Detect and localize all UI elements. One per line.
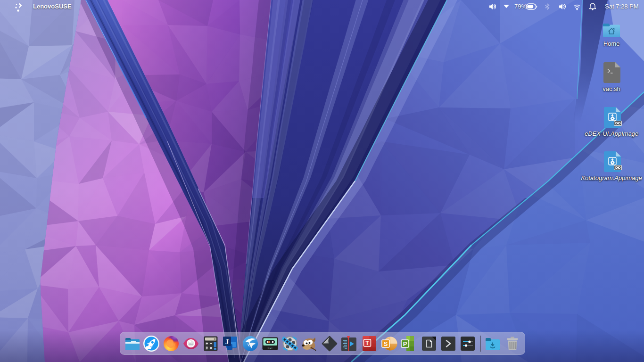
svg-text:T: T (365, 340, 369, 346)
svg-text:S: S (384, 340, 388, 347)
svg-text:P: P (403, 340, 407, 347)
svg-text:J: J (225, 338, 229, 346)
